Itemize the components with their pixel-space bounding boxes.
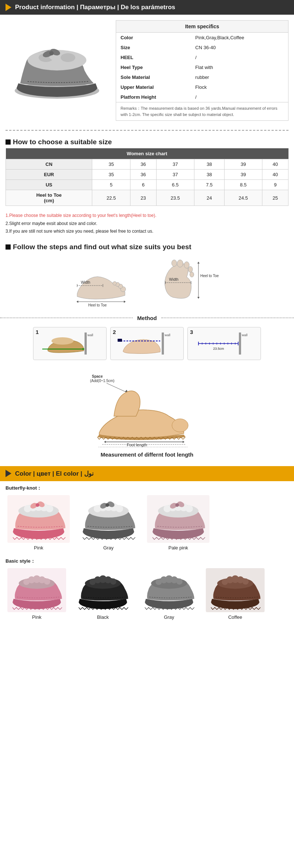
- specifics-panel-title: Item specifics: [116, 21, 288, 33]
- dotted-divider-1: [6, 130, 288, 131]
- svg-text:Heel to Toe: Heel to Toe: [200, 274, 219, 278]
- header-title: Product information | Параметры | De los…: [15, 4, 175, 11]
- size-chart-row: Heel to Toe (cm)22.52323.52424.525: [6, 190, 288, 206]
- svg-marker-18: [124, 301, 126, 303]
- size-row-label: US: [6, 180, 92, 190]
- svg-text:wall: wall: [87, 333, 93, 337]
- size-cell: 37: [156, 170, 194, 180]
- svg-rect-33: [85, 333, 87, 355]
- step1-diagram: wall: [40, 331, 99, 356]
- size-chart-row: EUR353637383940: [6, 170, 288, 180]
- method-step-2: 2 wall: [110, 327, 184, 360]
- product-image-area: [6, 20, 108, 121]
- svg-point-62: [172, 419, 188, 432]
- size-cell: 9: [262, 180, 288, 190]
- color-triangle-icon: [6, 470, 11, 477]
- size-cell: 6.5: [156, 180, 194, 190]
- specifics-row: Upper MaterialFlock: [116, 82, 288, 92]
- size-chart-container: Women size chartCN353637383940EUR3536373…: [0, 148, 294, 210]
- shoe-color-label: Gray: [164, 614, 174, 620]
- svg-point-4: [61, 53, 75, 62]
- size-cell: 23: [130, 190, 156, 206]
- method-dashes-right: [161, 317, 294, 318]
- butterfly-knot-label: Butterfly-knot：: [6, 485, 288, 491]
- specifics-row: Heel TypeFlat with: [116, 62, 288, 72]
- shoe-color-label: Pale pink: [168, 545, 188, 551]
- product-shoe-image: [9, 34, 105, 107]
- size-cell: 38: [194, 159, 225, 170]
- svg-point-7: [49, 51, 54, 55]
- size-cell: 36: [130, 170, 156, 180]
- specifics-table: ColorPink,Gray,Black,CoffeeSizeCN 36-40H…: [116, 33, 288, 102]
- basic-style-label: Basic style：: [6, 558, 288, 564]
- size-cell: 37: [156, 159, 194, 170]
- spec-label: Color: [116, 33, 191, 43]
- svg-marker-30: [197, 262, 200, 264]
- svg-text:Width: Width: [81, 280, 90, 284]
- spec-label: Heel Type: [116, 62, 191, 72]
- size-chart-header: Women size chart: [6, 148, 288, 159]
- svg-text:wall: wall: [164, 333, 171, 337]
- size-cell: 35: [92, 159, 130, 170]
- step-number-1: 1: [36, 329, 39, 335]
- size-row-label: Heel to Toe (cm): [6, 190, 92, 206]
- size-cell: 24: [194, 190, 225, 206]
- note-item: 1.Please choose the suitable size accord…: [6, 212, 288, 220]
- foot-side-diagram: Width Heel to Toe: [66, 257, 140, 308]
- svg-marker-17: [76, 301, 78, 303]
- svg-point-76: [46, 505, 53, 512]
- svg-point-103: [44, 578, 50, 585]
- svg-text:(Add(0~1.5cm): (Add(0~1.5cm): [90, 379, 114, 383]
- shoe-box: [7, 568, 66, 612]
- svg-point-97: [175, 503, 179, 507]
- specifics-row: HEEL/: [116, 52, 288, 62]
- svg-line-60: [107, 383, 127, 392]
- header-triangle-icon: [6, 4, 11, 11]
- method-dashes-left: [0, 317, 133, 318]
- step-number-2: 2: [113, 329, 116, 335]
- remarks-box: Remarks：The measurement data is based on…: [116, 102, 288, 120]
- size-section-heading: How to choose a suitable size: [0, 134, 294, 148]
- svg-point-20: [177, 260, 183, 267]
- svg-point-11: [113, 282, 116, 285]
- svg-point-35: [51, 337, 74, 345]
- basic-color-item: Pink: [6, 568, 68, 620]
- basic-style-items: Pink Black: [6, 568, 288, 620]
- spec-label: Sole Material: [116, 72, 191, 82]
- spec-value: Flat with: [191, 62, 288, 72]
- foot-top-diagram: Width Heel to Toe: [147, 257, 228, 308]
- svg-text:Foot length: Foot length: [127, 443, 147, 447]
- svg-point-121: [243, 578, 249, 585]
- specifics-row: Platform Height/: [116, 92, 288, 102]
- size-cell: 36: [130, 159, 156, 170]
- basic-color-item: Black: [72, 568, 134, 620]
- shoe-box: [74, 568, 132, 612]
- size-cell: 39: [224, 170, 262, 180]
- spec-value: /: [191, 92, 288, 102]
- svg-point-88: [105, 503, 109, 507]
- svg-marker-64: [104, 441, 106, 443]
- size-cell: 40: [262, 170, 288, 180]
- shoe-box: [140, 568, 198, 612]
- size-row-label: CN: [6, 159, 92, 170]
- svg-point-24: [172, 260, 177, 266]
- spec-value: Pink,Gray,Black,Coffee: [191, 33, 288, 43]
- size-cell: 40: [262, 159, 288, 170]
- spec-value: CN 36-40: [191, 43, 288, 52]
- method-step-3: 3 wall 23.5cm: [187, 327, 261, 360]
- method-row: Method: [0, 315, 294, 321]
- specifics-panel: Item specifics ColorPink,Gray,Black,Coff…: [116, 20, 288, 121]
- size-cell: 35: [92, 170, 130, 180]
- svg-text:wall: wall: [241, 333, 248, 337]
- size-cell: 6: [130, 180, 156, 190]
- size-cell: 22.5: [92, 190, 130, 206]
- specifics-row: ColorPink,Gray,Black,Coffee: [116, 33, 288, 43]
- spec-value: /: [191, 52, 288, 62]
- size-heading-text: How to choose a suitable size: [13, 138, 112, 146]
- product-info-section: Item specifics ColorPink,Gray,Black,Coff…: [0, 15, 294, 126]
- size-cell: 24.5: [224, 190, 262, 206]
- svg-marker-31: [197, 297, 200, 299]
- notes-area: 1.Please choose the suitable size accord…: [0, 210, 294, 239]
- measurement-caption: Measurement of differnt foot length: [0, 449, 294, 463]
- svg-text:23.5cm: 23.5cm: [213, 347, 224, 351]
